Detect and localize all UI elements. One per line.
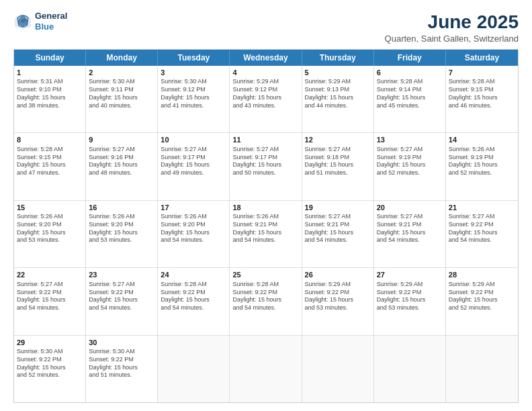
calendar: SundayMondayTuesdayWednesdayThursdayFrid… — [13, 49, 519, 403]
calendar-cell: 9Sunrise: 5:27 AM Sunset: 9:16 PM Daylig… — [86, 133, 158, 199]
day-number: 30 — [89, 338, 154, 348]
day-number: 19 — [305, 203, 371, 213]
calendar-cell: 10Sunrise: 5:27 AM Sunset: 9:17 PM Dayli… — [158, 133, 230, 199]
calendar-cell: 22Sunrise: 5:27 AM Sunset: 9:22 PM Dayli… — [14, 268, 86, 334]
day-info: Sunrise: 5:30 AM Sunset: 9:12 PM Dayligh… — [161, 78, 226, 109]
header-day-thursday: Thursday — [302, 50, 374, 66]
header-day-wednesday: Wednesday — [230, 50, 302, 66]
day-number: 29 — [17, 338, 83, 348]
day-info: Sunrise: 5:29 AM Sunset: 9:22 PM Dayligh… — [449, 281, 515, 312]
day-number: 16 — [89, 203, 154, 213]
day-number: 12 — [305, 135, 371, 145]
day-number: 14 — [449, 135, 515, 145]
day-info: Sunrise: 5:27 AM Sunset: 9:22 PM Dayligh… — [17, 281, 83, 312]
page: General Blue June 2025 Quarten, Saint Ga… — [0, 0, 532, 411]
day-number: 25 — [232, 270, 298, 280]
day-info: Sunrise: 5:27 AM Sunset: 9:22 PM Dayligh… — [89, 281, 154, 312]
calendar-cell: 18Sunrise: 5:26 AM Sunset: 9:21 PM Dayli… — [230, 201, 302, 267]
day-number: 28 — [449, 270, 515, 280]
day-number: 20 — [377, 203, 443, 213]
day-number: 4 — [232, 68, 298, 78]
day-info: Sunrise: 5:27 AM Sunset: 9:21 PM Dayligh… — [377, 213, 443, 244]
day-info: Sunrise: 5:27 AM Sunset: 9:17 PM Dayligh… — [161, 146, 226, 177]
day-number: 8 — [17, 135, 83, 145]
day-info: Sunrise: 5:31 AM Sunset: 9:10 PM Dayligh… — [17, 78, 83, 109]
calendar-cell: 4Sunrise: 5:29 AM Sunset: 9:12 PM Daylig… — [230, 66, 302, 132]
day-number: 26 — [305, 270, 371, 280]
day-info: Sunrise: 5:30 AM Sunset: 9:22 PM Dayligh… — [89, 348, 154, 379]
calendar-body: 1Sunrise: 5:31 AM Sunset: 9:10 PM Daylig… — [14, 66, 518, 402]
calendar-cell: 30Sunrise: 5:30 AM Sunset: 9:22 PM Dayli… — [86, 336, 158, 402]
calendar-cell: 8Sunrise: 5:28 AM Sunset: 9:15 PM Daylig… — [14, 133, 86, 199]
day-number: 17 — [161, 203, 226, 213]
day-number: 24 — [161, 270, 226, 280]
day-info: Sunrise: 5:26 AM Sunset: 9:21 PM Dayligh… — [232, 213, 298, 244]
day-info: Sunrise: 5:28 AM Sunset: 9:22 PM Dayligh… — [161, 281, 226, 312]
calendar-week-1: 1Sunrise: 5:31 AM Sunset: 9:10 PM Daylig… — [14, 66, 518, 133]
calendar-header: SundayMondayTuesdayWednesdayThursdayFrid… — [14, 50, 518, 66]
day-info: Sunrise: 5:29 AM Sunset: 9:22 PM Dayligh… — [305, 281, 371, 312]
calendar-cell: 24Sunrise: 5:28 AM Sunset: 9:22 PM Dayli… — [158, 268, 230, 334]
calendar-cell: 3Sunrise: 5:30 AM Sunset: 9:12 PM Daylig… — [158, 66, 230, 132]
day-number: 5 — [305, 68, 371, 78]
calendar-week-4: 22Sunrise: 5:27 AM Sunset: 9:22 PM Dayli… — [14, 268, 518, 335]
title-block: June 2025 Quarten, Saint Gallen, Switzer… — [385, 11, 519, 44]
calendar-cell: 25Sunrise: 5:28 AM Sunset: 9:22 PM Dayli… — [230, 268, 302, 334]
calendar-cell: 6Sunrise: 5:28 AM Sunset: 9:14 PM Daylig… — [374, 66, 446, 132]
header-day-saturday: Saturday — [446, 50, 518, 66]
logo-text: General Blue — [35, 11, 67, 32]
header: General Blue June 2025 Quarten, Saint Ga… — [13, 11, 519, 44]
calendar-cell: 5Sunrise: 5:29 AM Sunset: 9:13 PM Daylig… — [302, 66, 374, 132]
calendar-cell: 7Sunrise: 5:28 AM Sunset: 9:15 PM Daylig… — [446, 66, 518, 132]
day-number: 18 — [232, 203, 298, 213]
day-info: Sunrise: 5:28 AM Sunset: 9:15 PM Dayligh… — [449, 78, 515, 109]
day-info: Sunrise: 5:26 AM Sunset: 9:20 PM Dayligh… — [17, 213, 83, 244]
calendar-cell: 13Sunrise: 5:27 AM Sunset: 9:19 PM Dayli… — [374, 133, 446, 199]
day-info: Sunrise: 5:27 AM Sunset: 9:21 PM Dayligh… — [305, 213, 371, 244]
calendar-cell — [302, 336, 374, 402]
day-number: 2 — [89, 68, 154, 78]
calendar-cell: 23Sunrise: 5:27 AM Sunset: 9:22 PM Dayli… — [86, 268, 158, 334]
logo-line2: Blue — [35, 21, 67, 32]
day-info: Sunrise: 5:27 AM Sunset: 9:17 PM Dayligh… — [232, 146, 298, 177]
calendar-cell: 17Sunrise: 5:26 AM Sunset: 9:20 PM Dayli… — [158, 201, 230, 267]
header-day-sunday: Sunday — [14, 50, 86, 66]
day-number: 3 — [161, 68, 226, 78]
calendar-cell — [446, 336, 518, 402]
logo-icon — [13, 12, 32, 31]
day-info: Sunrise: 5:30 AM Sunset: 9:22 PM Dayligh… — [17, 348, 83, 379]
day-number: 21 — [449, 203, 515, 213]
calendar-cell: 29Sunrise: 5:30 AM Sunset: 9:22 PM Dayli… — [14, 336, 86, 402]
day-number: 23 — [89, 270, 154, 280]
calendar-week-5: 29Sunrise: 5:30 AM Sunset: 9:22 PM Dayli… — [14, 336, 518, 402]
day-info: Sunrise: 5:26 AM Sunset: 9:19 PM Dayligh… — [449, 146, 515, 177]
day-info: Sunrise: 5:28 AM Sunset: 9:22 PM Dayligh… — [232, 281, 298, 312]
calendar-cell: 19Sunrise: 5:27 AM Sunset: 9:21 PM Dayli… — [302, 201, 374, 267]
calendar-cell: 15Sunrise: 5:26 AM Sunset: 9:20 PM Dayli… — [14, 201, 86, 267]
logo: General Blue — [13, 11, 67, 32]
calendar-cell: 12Sunrise: 5:27 AM Sunset: 9:18 PM Dayli… — [302, 133, 374, 199]
day-info: Sunrise: 5:27 AM Sunset: 9:16 PM Dayligh… — [89, 146, 154, 177]
calendar-cell: 1Sunrise: 5:31 AM Sunset: 9:10 PM Daylig… — [14, 66, 86, 132]
day-number: 11 — [232, 135, 298, 145]
calendar-cell: 11Sunrise: 5:27 AM Sunset: 9:17 PM Dayli… — [230, 133, 302, 199]
subtitle: Quarten, Saint Gallen, Switzerland — [385, 34, 519, 44]
calendar-cell — [158, 336, 230, 402]
day-info: Sunrise: 5:28 AM Sunset: 9:14 PM Dayligh… — [377, 78, 443, 109]
day-number: 6 — [377, 68, 443, 78]
logo-line1: General — [35, 11, 67, 21]
calendar-cell: 2Sunrise: 5:30 AM Sunset: 9:11 PM Daylig… — [86, 66, 158, 132]
main-title: June 2025 — [385, 11, 519, 34]
day-number: 22 — [17, 270, 83, 280]
day-info: Sunrise: 5:27 AM Sunset: 9:19 PM Dayligh… — [377, 146, 443, 177]
header-day-monday: Monday — [86, 50, 158, 66]
calendar-cell: 16Sunrise: 5:26 AM Sunset: 9:20 PM Dayli… — [86, 201, 158, 267]
calendar-cell: 26Sunrise: 5:29 AM Sunset: 9:22 PM Dayli… — [302, 268, 374, 334]
day-info: Sunrise: 5:26 AM Sunset: 9:20 PM Dayligh… — [161, 213, 226, 244]
header-day-friday: Friday — [374, 50, 446, 66]
calendar-cell: 14Sunrise: 5:26 AM Sunset: 9:19 PM Dayli… — [446, 133, 518, 199]
day-number: 7 — [449, 68, 515, 78]
day-info: Sunrise: 5:29 AM Sunset: 9:12 PM Dayligh… — [232, 78, 298, 109]
calendar-cell: 27Sunrise: 5:29 AM Sunset: 9:22 PM Dayli… — [374, 268, 446, 334]
header-day-tuesday: Tuesday — [158, 50, 230, 66]
